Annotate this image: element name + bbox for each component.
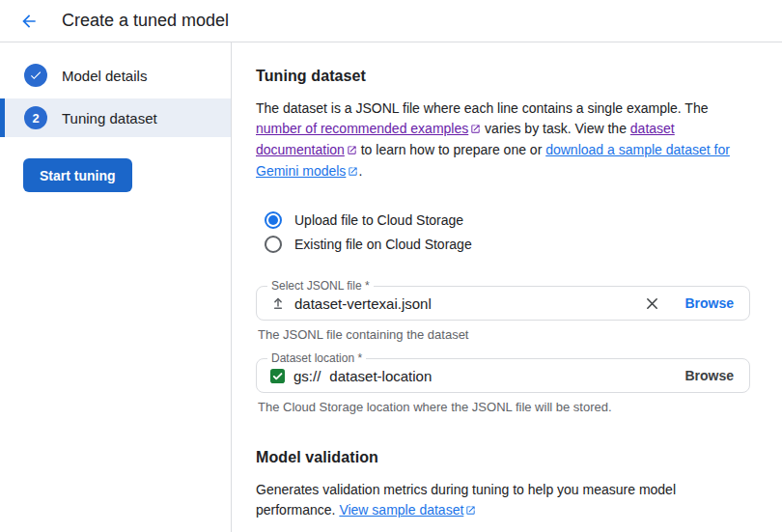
model-validation-description: Generates validation metrics during tuni…	[256, 480, 743, 521]
recommended-examples-link[interactable]: number of recommended examples	[256, 121, 468, 136]
step-label: Model details	[62, 68, 147, 84]
browse-file-button[interactable]: Browse	[684, 295, 734, 311]
description-text: varies by task. View the	[481, 121, 630, 136]
upload-icon	[270, 295, 286, 311]
bucket-valid-check-icon	[270, 369, 285, 383]
external-link-icon	[348, 162, 358, 182]
external-link-icon	[470, 120, 481, 140]
radio-upload-file[interactable]: Upload file to Cloud Storage	[265, 209, 782, 232]
radio-unselected-icon	[265, 236, 282, 253]
clear-file-button[interactable]	[640, 292, 663, 315]
external-link-icon	[347, 141, 357, 161]
jsonl-file-field-label: Select JSONL file *	[267, 279, 374, 293]
dataset-location-helper-text: The Cloud Storage location where the JSO…	[258, 400, 782, 414]
description-text: .	[358, 163, 362, 179]
jsonl-file-field[interactable]: Select JSONL file * dataset-vertexai.jso…	[256, 286, 750, 321]
view-sample-dataset-link[interactable]: View sample dataset	[339, 502, 463, 518]
jsonl-file-helper-text: The JSONL file containing the dataset	[258, 327, 782, 342]
step-tuning-dataset[interactable]: 2 Tuning dataset	[0, 98, 231, 137]
dataset-source-radio-group: Upload file to Cloud Storage Existing fi…	[265, 209, 782, 256]
radio-selected-icon	[265, 211, 282, 229]
radio-label: Upload file to Cloud Storage	[294, 212, 463, 228]
tuning-dataset-heading: Tuning dataset	[256, 68, 782, 85]
dataset-location-field-label: Dataset location *	[267, 351, 366, 365]
tuning-dataset-panel: Tuning dataset The dataset is a JSONL fi…	[232, 42, 782, 532]
dataset-location-field[interactable]: Dataset location * gs:// dataset-locatio…	[256, 358, 750, 393]
back-button[interactable]	[14, 6, 44, 37]
model-validation-heading: Model validation	[256, 449, 782, 466]
start-tuning-button[interactable]: Start tuning	[23, 158, 132, 192]
jsonl-file-value: dataset-vertexai.jsonl	[294, 295, 432, 312]
top-bar: Create a tuned model	[0, 0, 782, 42]
radio-label: Existing file on Cloud Storage	[294, 237, 472, 252]
external-link-icon	[465, 501, 476, 521]
page-title: Create a tuned model	[62, 11, 229, 31]
browse-location-button[interactable]: Browse	[684, 368, 734, 383]
step-label: Tuning dataset	[62, 110, 157, 126]
radio-existing-file[interactable]: Existing file on Cloud Storage	[265, 233, 782, 256]
description-text: The dataset is a JSONL file where each l…	[256, 100, 708, 116]
tuning-dataset-description: The dataset is a JSONL file where each l…	[256, 98, 743, 182]
step-model-details[interactable]: Model details	[0, 56, 231, 95]
step-completed-check-icon	[24, 64, 47, 87]
create-tuned-model-page: Create a tuned model Model details 2 Tun…	[0, 0, 782, 532]
stepper-sidebar: Model details 2 Tuning dataset Start tun…	[0, 42, 232, 532]
close-icon	[645, 296, 659, 311]
description-text: to learn how to prepare one or	[357, 142, 545, 157]
dataset-location-value: dataset-location	[329, 368, 432, 384]
back-arrow-icon	[19, 12, 39, 31]
step-number-icon: 2	[24, 106, 47, 129]
gs-prefix: gs://	[293, 368, 321, 384]
